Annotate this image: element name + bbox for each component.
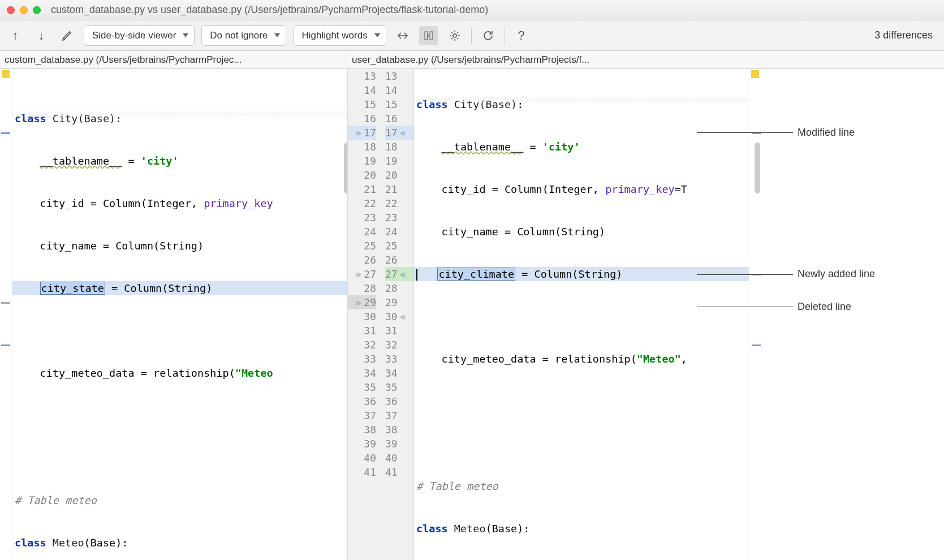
chevron-down-icon (183, 33, 188, 37)
collapse-icon (397, 30, 408, 41)
left-marker-fold (1, 344, 10, 346)
callout-deleted: Deleted line (798, 301, 851, 313)
left-marker-deleted (1, 302, 10, 304)
right-code[interactable]: class City(Base): __tablename__ = 'city'… (414, 69, 749, 560)
sync-scroll-button[interactable] (419, 26, 438, 45)
left-marker-yellow (2, 70, 10, 78)
left-gutter: 13 14 15 16 »17 18 19 20 21 22 23 24 25 … (348, 69, 381, 560)
apply-left-icon[interactable]: » (352, 295, 364, 309)
prev-diff-button[interactable]: ↑ (6, 26, 25, 45)
right-gutter: 13 14 15 16 17« 18 19 20 21 22 23 24 25 … (381, 69, 413, 560)
left-pane: class City(Base): __tablename__ = 'city'… (0, 69, 347, 560)
right-marker-yellow (751, 70, 759, 78)
right-file-header: user_database.py (/Users/jetbrains/Pycha… (347, 51, 944, 68)
apply-right-icon[interactable]: « (398, 309, 409, 324)
next-diff-button[interactable]: ↓ (32, 26, 51, 45)
left-scrollbar-thumb[interactable] (344, 143, 347, 193)
traffic-lights (7, 6, 41, 14)
sync-scroll-icon (423, 30, 434, 41)
gutter-pair: 13 14 15 16 »17 18 19 20 21 22 23 24 25 … (347, 69, 414, 560)
left-marker-modified (1, 132, 10, 134)
highlight-mode-label: Highlight words (301, 30, 367, 41)
minimize-window-button[interactable] (20, 6, 28, 14)
chevron-down-icon (274, 33, 280, 37)
help-button[interactable]: ? (512, 26, 531, 45)
svg-point-2 (453, 34, 456, 37)
right-scrollbar-thumb[interactable] (755, 143, 760, 193)
maximize-window-button[interactable] (33, 6, 41, 14)
collapse-unchanged-button[interactable] (393, 26, 412, 45)
left-marker-column (0, 69, 12, 560)
pencil-icon (62, 30, 73, 41)
apply-right-icon[interactable]: « (398, 126, 409, 140)
viewer-mode-label: Side-by-side viewer (92, 30, 176, 41)
diff-toolbar: ↑ ↓ Side-by-side viewer Do not ignore Hi… (0, 20, 944, 51)
diff-count-label: 3 differences (874, 29, 938, 41)
left-file-header: custom_database.py (/Users/jetbrains/Pyc… (0, 51, 347, 68)
settings-button[interactable] (445, 26, 464, 45)
edit-source-button[interactable] (58, 26, 77, 45)
window-title: custom_database.py vs user_database.py (… (51, 4, 488, 16)
text-cursor (416, 269, 417, 281)
right-marker-fold (752, 344, 761, 346)
right-marker-added (752, 274, 761, 275)
file-headers: custom_database.py (/Users/jetbrains/Pyc… (0, 51, 944, 69)
highlight-mode-dropdown[interactable]: Highlight words (293, 25, 386, 46)
apply-right-icon[interactable]: « (398, 267, 409, 281)
callout-modified: Modified line (798, 127, 855, 139)
right-pane: class City(Base): __tablename__ = 'city'… (414, 69, 761, 560)
ignore-mode-dropdown[interactable]: Do not ignore (201, 25, 286, 46)
apply-left-icon[interactable]: » (352, 126, 364, 140)
left-code[interactable]: class City(Base): __tablename__ = 'city'… (12, 69, 347, 560)
gear-icon (449, 30, 460, 41)
viewer-mode-dropdown[interactable]: Side-by-side viewer (84, 25, 195, 46)
apply-left-icon[interactable]: » (352, 267, 364, 281)
right-marker-modified (752, 132, 761, 134)
refresh-button[interactable] (479, 26, 498, 45)
code-line: class City(Base): (12, 111, 347, 126)
diff-body: class City(Base): __tablename__ = 'city'… (0, 69, 944, 560)
close-window-button[interactable] (7, 6, 15, 14)
svg-rect-1 (430, 32, 433, 40)
right-marker-column (749, 69, 761, 560)
callout-added: Newly added line (798, 268, 875, 280)
refresh-icon (482, 30, 494, 41)
titlebar: custom_database.py vs user_database.py (… (0, 0, 944, 20)
chevron-down-icon (374, 33, 380, 37)
ignore-mode-label: Do not ignore (210, 30, 268, 41)
svg-rect-0 (425, 32, 428, 40)
